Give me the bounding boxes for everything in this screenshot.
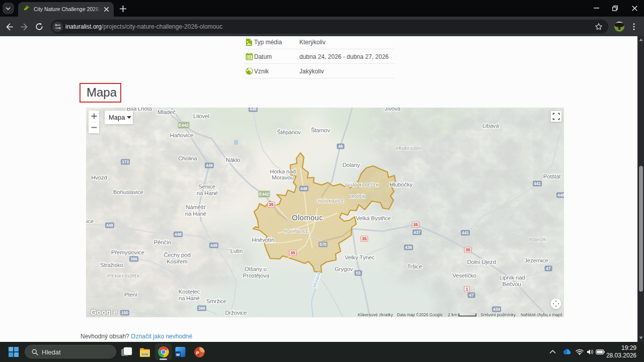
svg-text:Smržice: Smržice xyxy=(206,298,226,304)
svg-text:Hněvotín: Hněvotín xyxy=(252,237,274,243)
svg-text:Držovice: Držovice xyxy=(225,310,247,316)
svg-text:437: 437 xyxy=(414,230,421,235)
svg-text:Čechy pod: Čechy pod xyxy=(164,252,190,258)
svg-text:446: 446 xyxy=(300,186,307,191)
svg-text:PTENSKÝ DVOREK: PTENSKÝ DVOREK xyxy=(108,273,139,279)
svg-text:Pěnčín: Pěnčín xyxy=(154,239,172,245)
svg-text:366: 366 xyxy=(130,256,137,261)
svg-text:SVATÝ KOPEČEK: SVATÝ KOPEČEK xyxy=(345,182,379,188)
svg-text:55: 55 xyxy=(356,270,361,276)
svg-text:Prostějova: Prostějova xyxy=(243,273,270,279)
svg-text:448: 448 xyxy=(106,223,113,228)
svg-text:Stražisko: Stražisko xyxy=(100,262,123,268)
svg-text:Moravou: Moravou xyxy=(272,174,293,180)
svg-text:1: 1 xyxy=(466,287,468,292)
svg-text:441: 441 xyxy=(534,181,541,186)
svg-text:Lutín: Lutín xyxy=(230,248,243,254)
svg-text:449: 449 xyxy=(210,243,217,248)
svg-text:NOVÁ ULICE: NOVÁ ULICE xyxy=(284,228,308,234)
svg-text:E442: E442 xyxy=(259,192,269,197)
svg-text:Olomouc: Olomouc xyxy=(292,213,323,222)
svg-text:W: W xyxy=(176,352,180,357)
svg-text:434: 434 xyxy=(493,307,500,312)
svg-text:Dolany: Dolany xyxy=(343,162,360,168)
svg-text:Veselíčko: Veselíčko xyxy=(452,273,476,279)
svg-text:Lipník nad: Lipník nad xyxy=(499,275,525,281)
svg-text:Bečvou: Bečvou xyxy=(502,281,521,287)
svg-text:E442: E442 xyxy=(179,123,189,128)
svg-text:150: 150 xyxy=(121,310,128,315)
svg-text:Data map ©2026 Google: Data map ©2026 Google xyxy=(397,312,443,317)
svg-text:Bohuslavice: Bohuslavice xyxy=(113,189,143,195)
svg-text:nice: nice xyxy=(86,218,94,224)
svg-text:35: 35 xyxy=(362,236,367,241)
svg-text:Libavá: Libavá xyxy=(482,123,499,129)
svg-text:Přemyslovice: Přemyslovice xyxy=(111,249,144,255)
svg-text:Nahlásit chybu v mapě: Nahlásit chybu v mapě xyxy=(521,312,562,317)
svg-text:Google: Google xyxy=(91,308,117,316)
svg-text:Cholina: Cholina xyxy=(178,155,197,161)
svg-text:P: P xyxy=(196,350,199,355)
svg-text:Náklo: Náklo xyxy=(226,157,240,163)
svg-text:na Hané: na Hané xyxy=(185,211,206,217)
svg-text:Grygov: Grygov xyxy=(335,266,353,272)
svg-text:CHVÁLKOVICE: CHVÁLKOVICE xyxy=(315,198,344,204)
svg-text:Haňovice: Haňovice xyxy=(170,132,193,138)
svg-text:Horka nad: Horka nad xyxy=(270,168,295,174)
svg-text:436: 436 xyxy=(405,245,412,250)
svg-text:448: 448 xyxy=(175,232,182,237)
svg-text:PODHOŘÍ: PODHOŘÍ xyxy=(529,237,547,242)
svg-text:47: 47 xyxy=(546,266,551,271)
svg-text:Štěpánov: Štěpánov xyxy=(277,129,301,135)
svg-text:Klávesové zkratky: Klávesové zkratky xyxy=(358,312,393,317)
svg-text:Dolní Újezd: Dolní Újezd xyxy=(467,259,496,265)
svg-text:Mladeč: Mladeč xyxy=(157,109,176,115)
svg-text:446: 446 xyxy=(250,108,257,112)
svg-text:Hlubočky: Hlubočky xyxy=(389,182,413,188)
svg-text:35: 35 xyxy=(269,202,274,207)
svg-text:na Hané: na Hané xyxy=(179,295,200,301)
svg-text:Litovel: Litovel xyxy=(193,113,209,119)
svg-text:HRUBÁ VODA: HRUBÁ VODA xyxy=(396,145,422,151)
svg-text:35: 35 xyxy=(413,222,418,227)
svg-text:Smluvní podmínky: Smluvní podmínky xyxy=(480,312,516,317)
svg-text:Jezernice: Jezernice xyxy=(524,257,548,263)
svg-text:570: 570 xyxy=(319,242,327,247)
svg-text:Olšany u: Olšany u xyxy=(245,266,267,272)
svg-text:na Hané: na Hané xyxy=(197,190,218,196)
svg-text:35: 35 xyxy=(465,247,470,252)
svg-text:448: 448 xyxy=(557,193,564,198)
svg-text:46: 46 xyxy=(338,144,343,149)
svg-text:Kosířem: Kosířem xyxy=(167,258,187,264)
svg-text:Mapa: Mapa xyxy=(109,114,125,121)
svg-text:Tršice: Tršice xyxy=(407,263,422,269)
svg-text:Náměšť: Náměšť xyxy=(186,204,206,210)
svg-text:Štarnov: Štarnov xyxy=(311,127,331,133)
svg-text:DROŽDÍN: DROŽDÍN xyxy=(349,194,366,199)
svg-text:Senice: Senice xyxy=(198,184,215,190)
svg-text:Potštát: Potštát xyxy=(543,173,561,179)
svg-text:373: 373 xyxy=(122,159,129,164)
svg-text:35: 35 xyxy=(290,250,295,255)
svg-text:Velký Týnec: Velký Týnec xyxy=(345,254,375,260)
svg-text:Kostelec: Kostelec xyxy=(179,289,200,295)
svg-text:47: 47 xyxy=(469,293,474,298)
svg-text:441: 441 xyxy=(462,230,469,235)
svg-text:Ptení: Ptení xyxy=(124,292,138,298)
svg-text:Jívová: Jívová xyxy=(384,108,401,112)
svg-text:2 km: 2 km xyxy=(448,312,457,317)
svg-text:Velká Bystřice: Velká Bystřice xyxy=(356,215,390,221)
svg-text:449: 449 xyxy=(206,163,213,168)
svg-text:366: 366 xyxy=(198,306,205,311)
svg-text:Hvozd: Hvozd xyxy=(91,174,107,180)
